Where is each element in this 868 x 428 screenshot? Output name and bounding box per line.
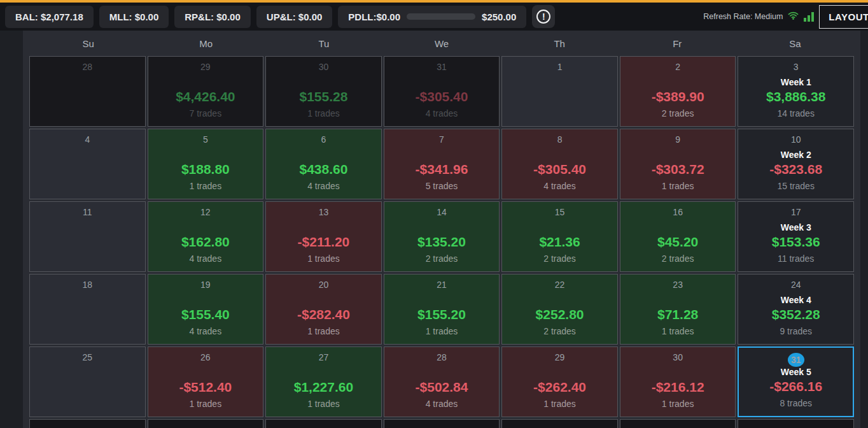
calendar-day-cell[interactable]: 25	[29, 346, 146, 417]
trades-count: 4 trades	[190, 326, 222, 336]
trades-count: 4 trades	[426, 108, 458, 118]
calendar-day-cell[interactable]: 26-$512.401 trades	[148, 346, 264, 417]
pnl-value: -$282.40	[297, 306, 350, 323]
exclamation-circle-icon: !	[536, 10, 550, 24]
rpl-label: RP&L: $0.00	[185, 11, 241, 22]
trades-count: 1 trades	[307, 399, 340, 409]
calendar-day-cell[interactable]: 29-$262.401 trades	[501, 346, 618, 417]
trades-count: 1 trades	[307, 326, 340, 336]
day-header-tu: Tu	[265, 38, 382, 49]
calendar-day-cell[interactable]: 1	[501, 56, 618, 127]
calendar-day-cell[interactable]: 29$4,426.407 trades	[148, 56, 264, 127]
trades-count: 4 trades	[190, 253, 222, 264]
trades-count: 1 trades	[662, 181, 694, 191]
calendar-day-cell-partial[interactable]	[384, 419, 500, 428]
calendar-day-cell-partial[interactable]	[738, 419, 854, 428]
date-number: 28	[437, 352, 447, 362]
date-number: 23	[673, 280, 683, 290]
calendar-day-cell[interactable]: 30-$216.121 trades	[620, 346, 736, 417]
calendar-day-cell[interactable]: 14$135.202 trades	[384, 201, 500, 272]
upl-label: UP&L: $0.00	[267, 11, 323, 22]
date-number: 21	[437, 280, 447, 290]
date-number: 2	[675, 62, 680, 72]
week-summary-cell[interactable]: 24Week 4$352.289 trades	[738, 274, 854, 345]
calendar-day-cell[interactable]: 30$155.281 trades	[265, 56, 382, 127]
calendar-day-cell[interactable]: 27$1,227.601 trades	[265, 346, 382, 417]
alert-button[interactable]: !	[532, 5, 555, 28]
calendar-day-cell[interactable]: 13-$211.201 trades	[265, 201, 382, 272]
day-header-we: We	[382, 38, 500, 49]
day-header-fr: Fr	[619, 38, 736, 49]
calendar-day-cell-partial[interactable]	[265, 419, 382, 428]
date-number: 27	[319, 352, 329, 362]
pnl-value: $21.36	[539, 234, 580, 250]
calendar-day-cell-partial[interactable]	[620, 419, 736, 428]
trades-count: 1 trades	[307, 108, 340, 118]
pnl-value: $4,426.40	[176, 89, 235, 105]
calendar-day-cell[interactable]: 23$71.281 trades	[620, 274, 736, 345]
date-number: 8	[557, 134, 563, 145]
calendar-day-cell[interactable]: 28-$502.844 trades	[384, 346, 500, 417]
calendar-day-cell[interactable]: 28	[29, 56, 146, 127]
date-number: 13	[319, 207, 329, 217]
date-number: 24	[791, 280, 801, 290]
calendar-day-cell[interactable]: 5$188.801 trades	[148, 129, 264, 199]
calendar-day-cell[interactable]: 12$162.804 trades	[148, 201, 264, 272]
trades-count: 1 trades	[662, 326, 694, 336]
calendar-day-cell-partial[interactable]	[29, 419, 146, 428]
calendar-day-cell[interactable]: 21$155.201 trades	[384, 274, 500, 345]
calendar-day-cell[interactable]: 6$438.604 trades	[265, 129, 382, 199]
date-number: 30	[673, 352, 683, 362]
calendar-day-cell[interactable]: 4	[29, 129, 146, 199]
week-summary-cell[interactable]: 3Week 1$3,886.3814 trades	[738, 56, 854, 127]
trades-count: 11 trades	[778, 253, 814, 264]
balance-label: BAL: $2,077.18	[15, 11, 83, 22]
calendar-day-cell[interactable]: 8-$305.404 trades	[501, 129, 618, 199]
trades-count: 2 trades	[662, 108, 694, 118]
calendar-day-cell[interactable]: 16$45.202 trades	[620, 201, 736, 272]
pnl-value: -$502.84	[416, 379, 468, 396]
week-summary-cell[interactable]: 31Week 5-$266.168 trades	[738, 346, 854, 417]
calendar-day-cell[interactable]: 31-$305.404 trades	[384, 56, 500, 127]
pnl-value: $135.20	[417, 234, 466, 250]
calendar-day-cell[interactable]: 19$155.404 trades	[148, 274, 264, 345]
date-number: 22	[555, 280, 565, 290]
day-header-sa: Sa	[736, 38, 854, 49]
calendar-day-cell[interactable]: 18	[29, 274, 146, 345]
pnl-value: $188.80	[181, 161, 230, 178]
signal-bars-icon	[804, 12, 814, 22]
calendar-day-cell[interactable]: 15$21.362 trades	[501, 201, 618, 272]
calendar-day-cell[interactable]: 9-$303.721 trades	[620, 129, 736, 199]
calendar-day-cell[interactable]: 11	[29, 201, 146, 272]
date-number: 5	[203, 134, 208, 145]
calendar-day-cell[interactable]: 7-$341.965 trades	[384, 129, 500, 199]
pdll-slider[interactable]	[407, 13, 475, 20]
trades-count: 1 trades	[662, 399, 694, 409]
date-number: 7	[439, 134, 444, 145]
pnl-value: -$303.72	[652, 161, 704, 178]
date-number: 28	[82, 62, 92, 72]
top-bar: BAL: $2,077.18 MLL: $0.00 RP&L: $0.00 UP…	[0, 3, 868, 31]
trades-count: 15 trades	[778, 181, 815, 191]
trades-count: 2 trades	[662, 253, 694, 264]
calendar-day-cell-partial[interactable]	[501, 419, 618, 428]
pnl-value: -$216.12	[652, 379, 704, 396]
pnl-value: $45.20	[657, 234, 698, 250]
top-bar-right: Refresh Rate: Medium LAYOUT |	[703, 3, 868, 31]
layout-button[interactable]: LAYOUT |	[819, 5, 868, 29]
calendar-day-cell-partial[interactable]	[148, 419, 264, 428]
date-number: 14	[437, 207, 447, 217]
pnl-value: $352.28	[772, 306, 820, 323]
calendar-day-cell[interactable]: 22$252.802 trades	[501, 274, 618, 345]
week-label: Week 4	[781, 295, 811, 305]
pnl-value: -$305.40	[416, 89, 468, 105]
pnl-value: $155.28	[299, 89, 347, 105]
week-label: Week 1	[781, 77, 811, 87]
week-summary-cell[interactable]: 17Week 3$153.3611 trades	[738, 201, 854, 272]
date-number: 9	[675, 134, 680, 145]
calendar-day-cell[interactable]: 20-$282.401 trades	[265, 274, 382, 345]
calendar-day-cell[interactable]: 2-$389.902 trades	[620, 56, 736, 127]
mll-label: MLL: $0.00	[109, 11, 159, 22]
week-summary-cell[interactable]: 10Week 2-$323.6815 trades	[738, 129, 854, 199]
date-number: 30	[319, 62, 329, 72]
